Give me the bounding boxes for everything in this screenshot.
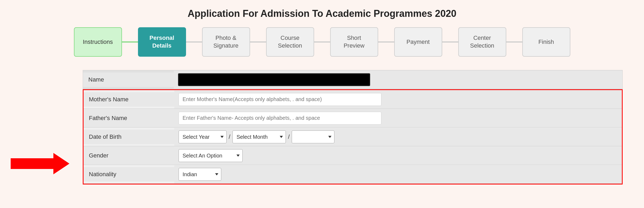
- name-field-container: [174, 71, 622, 89]
- connector-7: [506, 41, 522, 43]
- fathers-name-field: [174, 109, 622, 127]
- dob-day-select[interactable]: [292, 130, 334, 143]
- step-personal-details[interactable]: PersonalDetails: [138, 27, 186, 57]
- connector-6: [442, 41, 458, 43]
- nationality-label: Nationality: [84, 167, 174, 182]
- gender-field: Select An Option Male Female Other: [174, 147, 622, 165]
- gender-label: Gender: [84, 148, 174, 163]
- name-row: Name: [83, 70, 622, 89]
- dob-field: Select Year 2005 2004 2003 2002 2001 200…: [174, 128, 622, 146]
- fathers-name-input[interactable]: [179, 112, 381, 125]
- gender-select[interactable]: Select An Option Male Female Other: [179, 149, 243, 162]
- fathers-name-label: Father's Name: [84, 111, 174, 125]
- stepper: Instructions PersonalDetails Photo &Sign…: [11, 27, 633, 57]
- dob-separator-2: /: [288, 133, 290, 140]
- dob-separator-1: /: [229, 133, 230, 140]
- gender-row: Gender Select An Option Male Female Othe…: [84, 146, 622, 165]
- dob-row: Date of Birth Select Year 2005 2004 2003…: [84, 128, 622, 146]
- fathers-name-row: Father's Name: [84, 109, 622, 128]
- mothers-name-label: Mother's Name: [84, 92, 174, 107]
- step-course-selection[interactable]: CourseSelection: [266, 27, 314, 57]
- connector-2: [186, 41, 202, 43]
- name-input[interactable]: [178, 73, 370, 86]
- dob-year-select[interactable]: Select Year 2005 2004 2003 2002 2001 200…: [179, 130, 227, 143]
- connector-1: [122, 41, 138, 43]
- step-payment[interactable]: Payment: [394, 27, 442, 57]
- arrow-pointer: [11, 153, 69, 174]
- step-photo-signature[interactable]: Photo &Signature: [202, 27, 250, 57]
- nationality-row: Nationality Indian Other: [84, 165, 622, 184]
- dob-label: Date of Birth: [84, 130, 174, 144]
- connector-4: [314, 41, 330, 43]
- dob-month-select[interactable]: Select Month January February March Apri…: [232, 130, 286, 143]
- connector-5: [378, 41, 394, 43]
- name-label: Name: [83, 72, 174, 87]
- mothers-name-input[interactable]: [179, 93, 381, 106]
- page-title: Application For Admission To Academic Pr…: [11, 5, 633, 19]
- mothers-name-row: Mother's Name: [84, 90, 622, 109]
- mothers-name-field: [174, 90, 622, 109]
- svg-marker-0: [11, 153, 69, 174]
- step-instructions[interactable]: Instructions: [74, 27, 122, 57]
- connector-3: [250, 41, 266, 43]
- step-finish[interactable]: Finish: [522, 27, 570, 57]
- nationality-select[interactable]: Indian Other: [179, 168, 221, 181]
- nationality-field: Indian Other: [174, 165, 622, 183]
- step-center-selection[interactable]: CenterSelection: [458, 27, 506, 57]
- step-short-preview[interactable]: ShortPreview: [330, 27, 378, 57]
